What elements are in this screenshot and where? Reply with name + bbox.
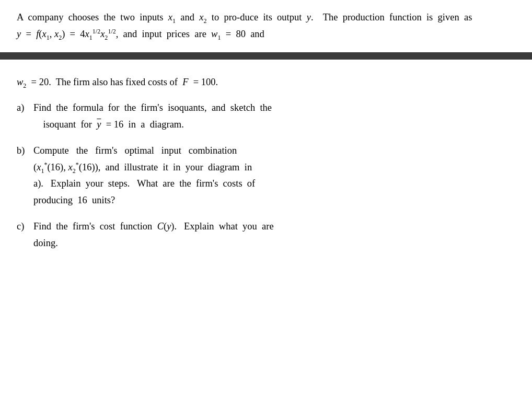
- bottom-section: w2 = 20. The firm also has fixed costs o…: [0, 60, 532, 274]
- question-c: c) Find the firm's cost function C(y). E…: [17, 218, 515, 252]
- w2-intro-line: w2 = 20. The firm also has fixed costs o…: [17, 74, 515, 90]
- question-b: b) Compute the firm's optimal input comb…: [17, 143, 515, 209]
- question-b-label: b): [17, 143, 33, 159]
- questions-list: a) Find the formula for the firm's isoqu…: [17, 100, 515, 252]
- top-section: A company chooses the two inputs x1 and …: [0, 0, 532, 52]
- question-a: a) Find the formula for the firm's isoqu…: [17, 100, 515, 133]
- question-b-text: Compute the firm's optimal input combina…: [33, 143, 515, 209]
- question-c-text: Find the firm's cost function C(y). Expl…: [33, 218, 515, 252]
- question-a-label: a): [17, 100, 33, 117]
- intro-paragraph: A company chooses the two inputs x1 and …: [17, 9, 515, 43]
- section-divider: [0, 52, 532, 60]
- page-container: A company chooses the two inputs x1 and …: [0, 0, 532, 393]
- question-c-label: c): [17, 218, 33, 235]
- question-a-text: Find the formula for the firm's isoquant…: [33, 100, 515, 133]
